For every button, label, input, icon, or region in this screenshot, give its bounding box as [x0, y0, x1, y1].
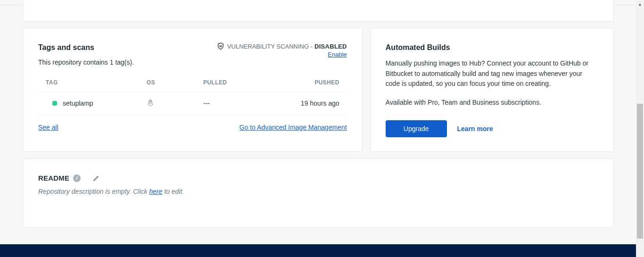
pulled-value: --- [203, 99, 274, 107]
readme-card: README i Repository description is empty… [23, 158, 614, 228]
col-header-pulled: PULLED [203, 79, 274, 86]
col-header-pushed: PUSHED [274, 79, 347, 86]
readme-title: README [38, 174, 69, 182]
readme-edit-here-link[interactable]: here [149, 188, 162, 195]
learn-more-link[interactable]: Learn more [457, 125, 493, 133]
footer-bar [0, 244, 636, 257]
col-header-tag: TAG [38, 79, 147, 86]
builds-paragraph-2: Available with Pro, Team and Business su… [386, 98, 598, 108]
info-icon[interactable]: i [73, 174, 81, 182]
linux-icon [147, 99, 154, 107]
pushed-value: 19 hours ago [274, 99, 347, 107]
scrollbar-thumb[interactable] [637, 104, 643, 239]
hero-card [23, 0, 614, 22]
shield-icon [217, 42, 224, 50]
svg-point-0 [149, 101, 151, 104]
tags-subtext: This repository contains 1 tag(s). [38, 58, 347, 66]
builds-title: Automated Builds [386, 43, 598, 52]
col-header-os: OS [147, 79, 203, 86]
tag-active-dot [52, 101, 57, 106]
upgrade-button[interactable]: Upgrade [386, 120, 447, 137]
svg-point-1 [149, 100, 150, 101]
tag-name: setuplamp [63, 99, 93, 107]
scrollbar-track[interactable]: ▲ [636, 0, 644, 257]
svg-point-2 [151, 100, 151, 101]
see-all-link[interactable]: See all [38, 124, 58, 131]
vulnerability-scan-status: VULNERABILITY SCANNING - DISABLED Enable [217, 42, 347, 58]
builds-paragraph-1: Manually pushing images to Hub? Connect … [386, 58, 598, 89]
tags-table: TAG OS PULLED PUSHED setuplamp [38, 75, 347, 115]
vuln-status: DISABLED [313, 43, 347, 50]
scroll-up-icon[interactable]: ▲ [636, 0, 644, 8]
tags-scans-card: Tags and scans This repository contains … [23, 28, 363, 152]
vuln-label: VULNERABILITY SCANNING - [227, 43, 313, 50]
edit-icon[interactable] [93, 175, 99, 182]
automated-builds-card: Automated Builds Manually pushing images… [370, 28, 614, 152]
table-row[interactable]: setuplamp --- 19 hours ago [38, 91, 347, 115]
advanced-image-mgmt-link[interactable]: Go to Advanced Image Management [239, 124, 347, 131]
readme-desc: Repository description is empty. Click h… [38, 188, 598, 195]
enable-vuln-link[interactable]: Enable [328, 51, 347, 58]
